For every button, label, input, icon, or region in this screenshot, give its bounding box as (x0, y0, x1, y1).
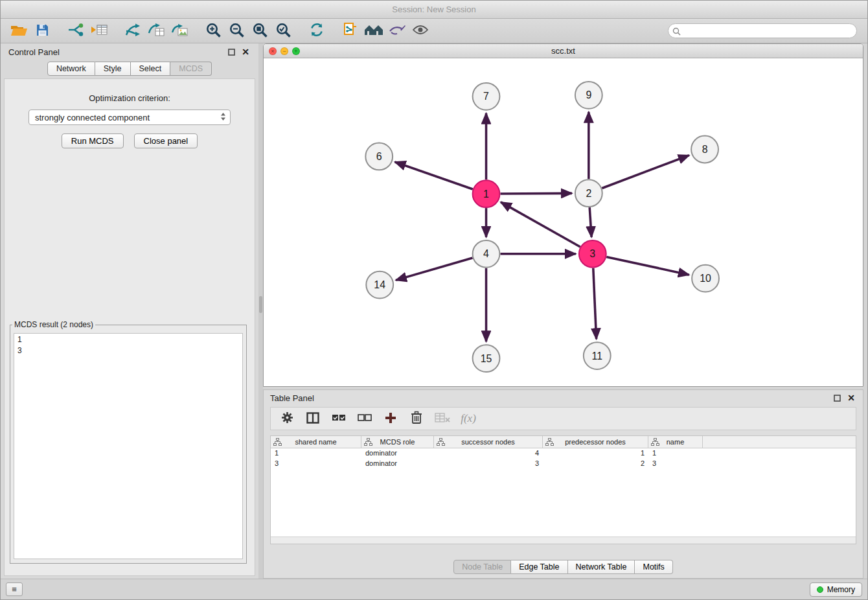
task-history-button[interactable]: ≡ (6, 583, 23, 596)
network-node-1[interactable]: 1 (473, 180, 500, 207)
tab-style[interactable]: Style (95, 62, 131, 76)
network-node-10[interactable]: 10 (692, 265, 719, 292)
float-panel-icon[interactable] (226, 47, 236, 57)
tab-mcds[interactable]: MCDS (170, 62, 212, 76)
import-table-button[interactable] (87, 21, 111, 41)
tab-select[interactable]: Select (131, 62, 171, 76)
list-icon: ≡ (12, 584, 17, 594)
tab-network-table[interactable]: Network Table (568, 560, 635, 574)
copy-network-button[interactable] (339, 21, 362, 41)
table-row[interactable]: 3dominator323 (271, 459, 856, 469)
open-session-button[interactable] (7, 21, 30, 41)
style-brush-button[interactable] (385, 21, 409, 41)
network-node-14[interactable]: 14 (366, 271, 393, 299)
table-cell[interactable]: dominator (361, 448, 434, 459)
tab-edge-table[interactable]: Edge Table (511, 560, 567, 574)
maximize-window-icon[interactable]: + (292, 47, 300, 55)
table-cell[interactable]: 1 (271, 448, 361, 459)
network-node-15[interactable]: 15 (473, 345, 500, 372)
deselect-all-button[interactable] (355, 409, 374, 428)
style-brush-icon (389, 23, 405, 38)
refresh-layout-button[interactable] (305, 21, 328, 41)
search-input[interactable] (668, 23, 857, 38)
network-node-4[interactable]: 4 (473, 240, 500, 268)
table-cell[interactable]: dominator (361, 459, 434, 469)
zoom-fit-button[interactable] (248, 21, 271, 41)
column-tree-icon (651, 438, 659, 447)
zoom-out-button[interactable] (225, 21, 248, 41)
network-node-8[interactable]: 8 (691, 136, 718, 163)
table-row[interactable]: 1dominator411 (271, 448, 856, 459)
close-window-icon[interactable]: × (269, 47, 277, 55)
delete-column-button[interactable] (407, 409, 426, 428)
panel-splitter[interactable] (258, 43, 263, 579)
table-cell[interactable]: 4 (434, 448, 543, 459)
column-header[interactable]: name (648, 436, 703, 448)
network-node-9[interactable]: 9 (575, 82, 602, 109)
memory-button[interactable]: Memory (810, 583, 862, 597)
network-edge-4-14[interactable] (396, 258, 472, 280)
table-cell[interactable]: 2 (543, 459, 648, 469)
network-edge-3-11[interactable] (593, 268, 597, 340)
run-mcds-button[interactable]: Run MCDS (62, 133, 124, 148)
table-panel-header: Table Panel ✕ (264, 390, 863, 406)
delete-table-button[interactable] (433, 409, 452, 428)
criterion-dropdown[interactable]: strongly connected component (29, 110, 231, 125)
plus-icon (384, 411, 397, 426)
tab-motifs[interactable]: Motifs (635, 560, 672, 574)
minimize-window-icon[interactable]: − (280, 47, 288, 55)
export-image-button[interactable] (168, 21, 191, 41)
zoom-selected-icon (275, 22, 291, 40)
table-cell[interactable]: 3 (434, 459, 543, 469)
mcds-result-text[interactable]: 13 (14, 333, 243, 559)
select-all-button[interactable] (329, 409, 348, 428)
network-window-titlebar[interactable]: × − + scc.txt (264, 44, 863, 58)
network-edge-3-1[interactable] (501, 202, 580, 247)
column-header[interactable]: MCDS role (361, 436, 434, 448)
network-node-3[interactable]: 3 (579, 240, 606, 268)
table-cell[interactable]: 3 (271, 459, 361, 469)
table-cell[interactable]: 1 (648, 448, 703, 459)
column-header[interactable]: predecessor nodes (543, 436, 648, 448)
network-edge-1-6[interactable] (395, 162, 473, 189)
node-label: 1 (483, 189, 489, 200)
table-settings-button[interactable] (277, 409, 297, 428)
home-button[interactable] (362, 21, 385, 41)
node-label: 15 (481, 353, 492, 364)
network-edge-2-8[interactable] (602, 156, 689, 189)
network-canvas[interactable]: 7968124314101511 (264, 58, 863, 386)
table-horizontal-scrollbar[interactable] (271, 537, 856, 544)
network-edge-3-10[interactable] (606, 257, 689, 275)
network-node-7[interactable]: 7 (473, 83, 500, 110)
close-panel-button[interactable]: Close panel (134, 133, 198, 148)
import-network-icon (67, 23, 84, 39)
show-hide-button[interactable] (409, 21, 432, 41)
zoom-out-icon (229, 22, 245, 40)
table-cell[interactable]: 1 (543, 448, 648, 459)
save-session-button[interactable] (30, 21, 54, 41)
splitter-handle-icon[interactable] (259, 296, 262, 313)
zoom-selected-button[interactable] (271, 21, 295, 41)
column-header[interactable]: successor nodes (434, 436, 543, 448)
close-panel-icon[interactable]: ✕ (240, 47, 251, 57)
tab-network[interactable]: Network (47, 62, 95, 76)
network-node-6[interactable]: 6 (365, 143, 393, 170)
zoom-in-button[interactable] (201, 21, 225, 41)
column-header[interactable]: shared name (271, 436, 361, 448)
float-table-panel-icon[interactable] (832, 393, 842, 403)
table-cell[interactable]: 3 (648, 459, 703, 469)
tab-node-table[interactable]: Node Table (453, 560, 511, 574)
network-edge-1-2[interactable] (500, 193, 572, 194)
network-edge-2-3[interactable] (589, 207, 591, 237)
function-builder-button[interactable]: f(x) (459, 409, 478, 428)
node-label: 7 (483, 91, 489, 102)
export-table-button[interactable] (144, 21, 168, 41)
network-node-11[interactable]: 11 (584, 342, 611, 369)
column-tree-icon (364, 438, 372, 447)
import-network-button[interactable] (64, 21, 87, 41)
add-column-button[interactable] (381, 409, 400, 428)
network-node-2[interactable]: 2 (575, 179, 602, 207)
close-table-panel-icon[interactable]: ✕ (846, 393, 856, 403)
new-network-view-button[interactable] (121, 21, 144, 41)
show-columns-button[interactable] (303, 409, 323, 428)
